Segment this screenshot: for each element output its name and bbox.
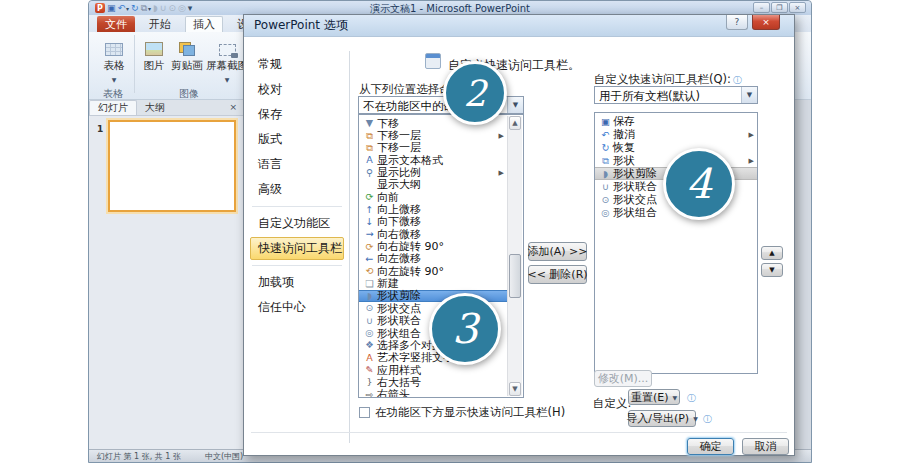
tab-slides[interactable]: 幻灯片 [89, 100, 137, 115]
qat-more-icon[interactable]: ▾ [188, 3, 193, 14]
shape-union-icon: ∪ [598, 182, 613, 192]
chevron-down-icon[interactable]: ▾ [148, 5, 151, 12]
screenshot-canvas: P▣↶▾↻⧉▾◗∪⊙◎▾ 演示文稿1 - Microsoft PowerPoin… [0, 0, 900, 463]
info-icon[interactable]: ⓘ [687, 392, 696, 405]
text-format-icon: A [362, 155, 377, 165]
chevron-down-icon[interactable]: ▼ [507, 97, 523, 113]
nav-item-高级[interactable]: 高级 [250, 178, 344, 201]
callout-step-4: 4 [663, 148, 735, 220]
group-label-tables: 表格 [103, 87, 123, 101]
clipart-button[interactable]: 剪贴画 [169, 34, 205, 73]
shape-combine-icon: ◎ [598, 208, 613, 218]
chevron-down-icon[interactable]: ▾ [126, 5, 129, 12]
screenshot-icon [219, 44, 236, 56]
modify-button[interactable]: 修改(M)... [594, 370, 652, 387]
nav-item-语言[interactable]: 语言 [250, 153, 344, 176]
quick-access-toolbar: P▣↶▾↻⧉▾◗∪⊙◎▾ [89, 1, 192, 15]
chevron-down-icon: ▼ [225, 76, 230, 83]
submenu-arrow-icon: ▶ [499, 132, 504, 140]
customize-for-combo[interactable]: 用于所有文档(默认) ▼ [594, 86, 758, 104]
shapes-icon: ⧉ [598, 156, 613, 166]
picture-icon [145, 42, 163, 56]
footer-separator [251, 432, 787, 433]
undo-icon[interactable]: ↶ [118, 3, 126, 14]
chevron-down-icon: ▼ [693, 415, 698, 422]
shapes-icon[interactable]: ⧉ [141, 3, 147, 14]
tab-insert[interactable]: 插入 [185, 16, 223, 32]
apply-style-icon: ✎ [362, 365, 377, 375]
customize-qat-label: 自定义快速访问工具栏(Q):ⓘ [594, 72, 742, 87]
save-icon: ▣ [598, 117, 613, 127]
import-export-button[interactable]: 导入/导出(P)▼ [628, 410, 696, 427]
panel-close-icon[interactable]: × [223, 100, 243, 115]
scroll-thumb[interactable] [509, 254, 521, 298]
shape-intersect-icon[interactable]: ⊙ [168, 3, 176, 14]
table-button[interactable]: 表格 ▼ [97, 34, 131, 83]
status-slide-count: 幻灯片 第 1 张, 共 1 张 [97, 451, 181, 462]
scroll-up-icon[interactable]: ▲ [509, 116, 521, 130]
nav-section-divider [252, 206, 342, 207]
save-icon[interactable]: ▣ [107, 3, 116, 14]
nav-section-divider [252, 265, 342, 266]
dialog-close-button[interactable]: × [752, 15, 780, 30]
nav-item-保存[interactable]: 保存 [250, 103, 344, 126]
right-brace-icon: } [362, 377, 377, 387]
nav-item-加载项[interactable]: 加载项 [250, 271, 344, 294]
remove-button[interactable]: << 删除(R) [528, 265, 587, 284]
right-arrow-icon: ⇨ [362, 390, 377, 398]
list-item-label: 形状组合 [613, 205, 657, 220]
shape-combine-icon[interactable]: ◎ [178, 3, 186, 14]
clipart-button-label: 剪贴画 [171, 59, 203, 73]
info-icon[interactable]: ⓘ [733, 75, 742, 85]
nav-item-快速访问工具栏[interactable]: 快速访问工具栏 [250, 237, 344, 260]
picture-button[interactable]: 图片 [139, 34, 169, 73]
move-up-button[interactable]: ▲ [761, 246, 783, 260]
checkbox[interactable] [359, 407, 370, 418]
redo-icon[interactable]: ↻ [131, 3, 139, 14]
nav-item-自定义功能区[interactable]: 自定义功能区 [250, 212, 344, 235]
dialog-help-button[interactable]: ? [726, 15, 748, 30]
add-button[interactable]: 添加(A) >> [528, 242, 587, 261]
window-controls: – ❐ × [753, 2, 806, 13]
nav-item-校对[interactable]: 校对 [250, 78, 344, 101]
shape-intersect-icon: ⊙ [598, 195, 613, 205]
scroll-down-icon[interactable]: ▼ [509, 382, 521, 396]
info-icon[interactable]: ⓘ [703, 413, 712, 426]
checkbox-label: 在功能区下方显示快速访问工具栏(H) [375, 405, 565, 420]
list-item[interactable]: ⇨右箭头 [359, 389, 507, 398]
tab-file[interactable]: 文件 [97, 16, 135, 32]
slide-thumbnail[interactable] [108, 120, 236, 212]
move-down-button[interactable]: ▼ [761, 263, 783, 277]
tab-home[interactable]: 开始 [141, 16, 179, 32]
nudge-right-icon: → [362, 229, 377, 239]
combo-value: 用于所有文档(默认) [595, 87, 741, 103]
minimize-button[interactable]: – [753, 2, 770, 13]
table-icon [105, 43, 123, 56]
nudge-down-icon: ↓ [362, 217, 377, 227]
title-bar: P▣↶▾↻⧉▾◗∪⊙◎▾ 演示文稿1 - Microsoft PowerPoin… [89, 1, 811, 15]
reset-button[interactable]: 重置(E)▼ [628, 389, 680, 405]
slides-panel-tabs: 幻灯片 大纲 × [89, 100, 243, 116]
nudge-up-icon: ↑ [362, 205, 377, 215]
move-down-icon: ▼ [362, 118, 377, 128]
nudge-left-icon: ← [362, 254, 377, 264]
ok-button[interactable]: 确定 [687, 438, 734, 455]
shape-intersect-icon: ⊙ [362, 303, 377, 313]
powerpoint-logo-icon[interactable]: P [95, 3, 105, 13]
forward-icon: ⟳ [362, 192, 377, 202]
nav-item-信任中心[interactable]: 信任中心 [250, 296, 344, 319]
shape-union-icon[interactable]: ∪ [160, 3, 167, 14]
list-item-label: 右箭头 [377, 387, 410, 398]
status-language: 中文(中国) [205, 451, 243, 462]
tab-outline[interactable]: 大纲 [137, 100, 173, 115]
cancel-button[interactable]: 取消 [742, 438, 789, 455]
send-backward-icon: ⧉ [362, 143, 377, 153]
dialog-title-bar: PowerPoint 选项 [244, 15, 794, 37]
nav-item-版式[interactable]: 版式 [250, 128, 344, 151]
chevron-down-icon[interactable]: ▼ [741, 87, 757, 103]
close-button[interactable]: × [789, 2, 806, 13]
nav-item-常规[interactable]: 常规 [250, 53, 344, 76]
shape-subtract-icon[interactable]: ◗ [153, 3, 158, 14]
maximize-button[interactable]: ❐ [771, 2, 788, 13]
shape-combine-icon: ◎ [362, 328, 377, 338]
